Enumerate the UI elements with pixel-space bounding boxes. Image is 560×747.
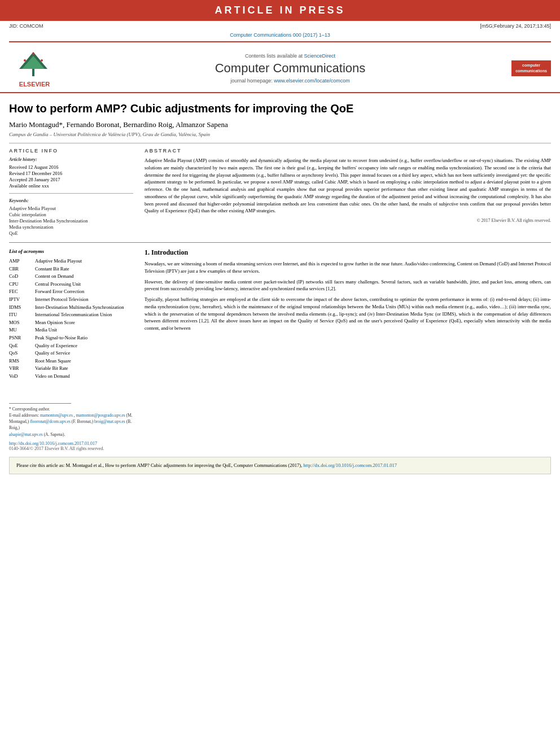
header-area: ELSEVIER Contents lists available at Sci… bbox=[0, 45, 560, 93]
article-in-press-banner: ARTICLE IN PRESS bbox=[0, 0, 560, 21]
acronyms-col: List of acronyms AMPAdaptive Media Playo… bbox=[9, 248, 133, 451]
list-item: ITUInternational Telecommunication Union bbox=[9, 311, 133, 319]
email-link-1[interactable]: mamonton@upv.es bbox=[40, 413, 73, 418]
accepted-date: Accepted 28 January 2017 bbox=[9, 177, 133, 182]
acronyms-title: List of acronyms bbox=[9, 248, 133, 254]
abstract-text: Adaptive Media Playout (AMP) consists of… bbox=[145, 157, 551, 215]
keywords-divider bbox=[9, 193, 133, 194]
email-link-3[interactable]: broig@mat.upv.es bbox=[94, 419, 125, 424]
intro-para-2: However, the delivery of time-sensitive … bbox=[145, 278, 551, 293]
list-item: MOSMean Opinion Score bbox=[9, 319, 133, 327]
article-info-col: ARTICLE INFO Article history: Received 1… bbox=[9, 148, 133, 237]
article-info-header: ARTICLE INFO bbox=[9, 148, 133, 154]
list-item: RMSRoot Mean Square bbox=[9, 357, 133, 365]
date-ref: [m5G;February 24, 2017;13:45] bbox=[480, 23, 551, 29]
keyword-5: QoE bbox=[9, 230, 133, 236]
email-link-2[interactable]: flooronat@dcom.upv.es bbox=[30, 419, 71, 424]
jid-label: JID: COMCOM bbox=[9, 23, 43, 29]
article-info-abstract: ARTICLE INFO Article history: Received 1… bbox=[9, 148, 551, 237]
list-item: FECForward Error Correction bbox=[9, 288, 133, 296]
body-content: List of acronyms AMPAdaptive Media Playo… bbox=[9, 248, 551, 451]
list-item: AMPAdaptive Media Playout bbox=[9, 257, 133, 265]
keyword-1: Adaptive Media Playout bbox=[9, 206, 133, 211]
abstract-header: ABSTRACT bbox=[145, 148, 551, 154]
article-info-divider bbox=[9, 143, 551, 143]
footnote-emails: E-mail addresses: mamonton@upv.es , mamo… bbox=[9, 412, 133, 438]
keywords-label: Keywords: bbox=[9, 198, 133, 203]
main-content: How to perform AMP? Cubic adjustments fo… bbox=[0, 101, 560, 474]
list-item: VBRVariable Bit Rate bbox=[9, 365, 133, 373]
list-item: VoDVideo on Demand bbox=[9, 373, 133, 381]
list-item: PSNRPeak Signal-to-Noise Ratio bbox=[9, 334, 133, 342]
list-item: IPTVInternet Protocol Television bbox=[9, 296, 133, 304]
intro-para-1: Nowadays, we are witnessing a boom of me… bbox=[145, 260, 551, 275]
journal-link[interactable]: Computer Communications 000 (2017) 1–13 bbox=[230, 32, 330, 38]
intro-para-3: Typically, playout buffering strategies … bbox=[145, 296, 551, 332]
keyword-4: Media synchronization bbox=[9, 224, 133, 230]
email-link-4[interactable]: alsapie@mat.upv.es bbox=[9, 432, 43, 437]
journal-homepage: journal homepage: www.elsevier.com/locat… bbox=[69, 78, 511, 84]
list-item: QoEQuality of Experience bbox=[9, 342, 133, 350]
footnote-divider bbox=[9, 403, 71, 404]
journal-link-row: Computer Communications 000 (2017) 1–13 bbox=[0, 31, 560, 39]
top-divider bbox=[9, 41, 551, 42]
top-meta: JID: COMCOM [m5G;February 24, 2017;13:45… bbox=[0, 21, 560, 31]
body-divider bbox=[9, 242, 551, 243]
article-title: How to perform AMP? Cubic adjustments fo… bbox=[9, 101, 551, 116]
svg-point-6 bbox=[32, 53, 34, 55]
authors: Mario Montagud*, Fernando Boronat, Berna… bbox=[9, 120, 551, 129]
available-online: Available online xxx bbox=[9, 183, 133, 189]
list-item: CPUCentral Processing Unit bbox=[9, 281, 133, 289]
svg-point-5 bbox=[41, 59, 43, 62]
citation-text: Please cite this article as: M. Montagud… bbox=[16, 462, 302, 468]
doi-link[interactable]: http://dx.doi.org/10.1016/j.comcom.2017.… bbox=[9, 441, 97, 446]
list-item: CBRConstant Bit Rate bbox=[9, 265, 133, 273]
affiliation: Campus de Gandia – Universitat Politècni… bbox=[9, 132, 551, 137]
intro-body: Nowadays, we are witnessing a boom of me… bbox=[145, 260, 551, 332]
list-item: CoDContent on Demand bbox=[9, 273, 133, 281]
revised-date: Revised 17 December 2016 bbox=[9, 171, 133, 176]
list-item: MUMedia Unit bbox=[9, 326, 133, 334]
header-center: Contents lists available at ScienceDirec… bbox=[69, 53, 511, 84]
acronym-table: AMPAdaptive Media Playout CBRConstant Bi… bbox=[9, 257, 133, 381]
elsevier-logo: ELSEVIER bbox=[9, 49, 60, 88]
journal-title: Computer Communications bbox=[69, 61, 511, 76]
citation-bar: Please cite this article as: M. Montagud… bbox=[9, 457, 551, 474]
keyword-3: Inter-Destination Media Synchronization bbox=[9, 218, 133, 224]
issn: 0140-3664/© 2017 Elsevier B.V. All right… bbox=[9, 446, 133, 451]
homepage-link[interactable]: www.elsevier.com/locate/comcom bbox=[274, 78, 350, 84]
keyword-2: Cubic interpolation bbox=[9, 212, 133, 217]
citation-doi-link[interactable]: http://dx.doi.org/10.1016/j.comcom.2017.… bbox=[303, 462, 397, 468]
email-link-1b[interactable]: mamonton@posgrado.upv.es bbox=[76, 413, 125, 418]
article-history-label: Article history: bbox=[9, 157, 133, 162]
intro-title: 1. Introduction bbox=[145, 248, 551, 257]
sciencedirect-text: Contents lists available at ScienceDirec… bbox=[69, 53, 511, 59]
received-date: Received 12 August 2016 bbox=[9, 164, 133, 170]
abstract-col: ABSTRACT Adaptive Media Playout (AMP) co… bbox=[145, 148, 551, 237]
doi-link-row: http://dx.doi.org/10.1016/j.comcom.2017.… bbox=[9, 441, 133, 446]
list-item: IDMSInter-Destination Multimedia Synchro… bbox=[9, 304, 133, 312]
sciencedirect-link[interactable]: ScienceDirect bbox=[304, 53, 336, 59]
journal-logo: computercommunications bbox=[511, 60, 551, 76]
copyright: © 2017 Elsevier B.V. All rights reserved… bbox=[145, 218, 551, 223]
introduction-col: 1. Introduction Nowadays, we are witness… bbox=[145, 248, 551, 451]
footnote-corresponding: * Corresponding author. bbox=[9, 406, 133, 412]
list-item: QoSQuality of Service bbox=[9, 350, 133, 357]
svg-point-4 bbox=[24, 59, 26, 62]
